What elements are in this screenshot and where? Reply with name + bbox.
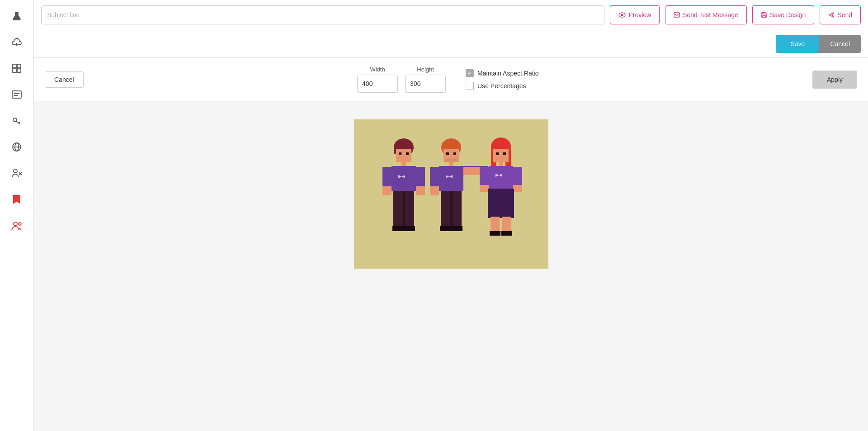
svg-rect-40 [404, 226, 415, 231]
svg-rect-35 [416, 186, 425, 195]
content-area [34, 101, 868, 431]
svg-rect-65 [480, 167, 489, 186]
svg-rect-47 [439, 166, 463, 191]
svg-rect-49 [430, 186, 439, 195]
svg-rect-22 [674, 13, 679, 17]
sidebar-item-id[interactable] [5, 83, 28, 106]
svg-rect-24 [763, 13, 765, 14]
svg-rect-31 [392, 166, 416, 191]
characters-svg [356, 124, 546, 264]
width-input[interactable] [357, 75, 398, 93]
svg-rect-6 [12, 91, 21, 98]
sidebar-item-cloud[interactable] [5, 31, 28, 53]
sidebar-item-users[interactable] [5, 214, 28, 237]
svg-rect-3 [17, 64, 21, 68]
sidebar-item-key[interactable] [5, 109, 28, 132]
svg-rect-30 [401, 161, 406, 166]
sidebar-item-bookmark[interactable] [5, 188, 28, 211]
send-button[interactable]: Send [820, 5, 861, 24]
preview-button[interactable]: Preview [610, 5, 660, 24]
svg-rect-44 [453, 152, 456, 155]
svg-rect-28 [399, 152, 401, 155]
sidebar-item-flask[interactable] [5, 5, 28, 27]
image-preview [354, 119, 548, 269]
svg-rect-70 [488, 189, 514, 218]
svg-rect-46 [449, 161, 453, 166]
svg-point-21 [621, 14, 623, 16]
svg-rect-56 [451, 226, 462, 231]
svg-rect-5 [17, 69, 21, 72]
sidebar [0, 0, 34, 431]
svg-rect-23 [763, 15, 765, 17]
svg-rect-62 [503, 152, 506, 155]
top-bar: Preview Send Test Message Save Design Se… [34, 0, 868, 30]
svg-rect-73 [490, 231, 500, 236]
svg-point-15 [14, 169, 17, 173]
maintain-aspect-check-box[interactable] [466, 69, 474, 77]
svg-rect-72 [502, 217, 511, 232]
height-input[interactable] [405, 75, 446, 93]
use-percentages-checkbox[interactable]: Use Percentages [466, 82, 538, 90]
svg-rect-68 [513, 185, 522, 192]
svg-rect-74 [501, 231, 512, 236]
svg-rect-60 [493, 149, 509, 162]
svg-rect-38 [403, 191, 405, 227]
send-test-button[interactable]: Send Test Message [665, 5, 747, 24]
svg-rect-63 [499, 161, 503, 166]
main-content: Preview Send Test Message Save Design Se… [34, 0, 868, 431]
svg-rect-27 [396, 149, 411, 162]
use-percentages-check-box[interactable] [466, 82, 474, 90]
svg-rect-29 [406, 152, 409, 155]
svg-rect-64 [489, 166, 513, 189]
svg-rect-34 [382, 186, 392, 195]
svg-rect-33 [416, 167, 425, 187]
svg-point-19 [19, 223, 21, 225]
sidebar-item-grid[interactable] [5, 57, 28, 80]
save-button[interactable]: Save [776, 35, 819, 53]
svg-rect-43 [446, 152, 449, 155]
svg-point-18 [14, 222, 17, 226]
cancel-image-button[interactable]: Cancel [45, 71, 84, 88]
svg-rect-66 [513, 167, 522, 186]
svg-rect-4 [13, 69, 16, 72]
sidebar-item-globe[interactable] [5, 136, 28, 158]
save-design-button[interactable]: Save Design [752, 5, 814, 24]
svg-rect-61 [496, 152, 499, 155]
svg-line-11 [19, 122, 20, 123]
action-bar: Save Cancel [34, 30, 868, 58]
maintain-aspect-checkbox[interactable]: Maintain Aspect Ratio [466, 69, 538, 77]
svg-rect-39 [392, 226, 404, 231]
height-column: Height [405, 66, 446, 93]
maintain-aspect-label: Maintain Aspect Ratio [477, 70, 538, 77]
svg-rect-54 [450, 191, 453, 227]
apply-button[interactable]: Apply [812, 71, 857, 89]
svg-rect-48 [430, 167, 439, 187]
svg-point-9 [13, 118, 17, 122]
svg-rect-71 [491, 217, 500, 232]
resize-controls: Cancel Width Height Maintain Aspect Rati… [34, 58, 868, 101]
checkbox-group: Maintain Aspect Ratio Use Percentages [466, 69, 538, 90]
dimension-group: Width Height [357, 66, 446, 93]
use-percentages-label: Use Percentages [477, 82, 526, 90]
svg-rect-32 [382, 167, 392, 187]
height-label: Height [417, 66, 434, 73]
svg-rect-55 [440, 226, 451, 231]
cancel-bar-button[interactable]: Cancel [819, 35, 861, 53]
width-column: Width [357, 66, 398, 93]
svg-rect-2 [13, 64, 16, 68]
sidebar-item-user-remove[interactable] [5, 162, 28, 185]
width-label: Width [370, 66, 385, 73]
svg-rect-67 [480, 185, 489, 192]
subject-input[interactable] [41, 5, 604, 24]
